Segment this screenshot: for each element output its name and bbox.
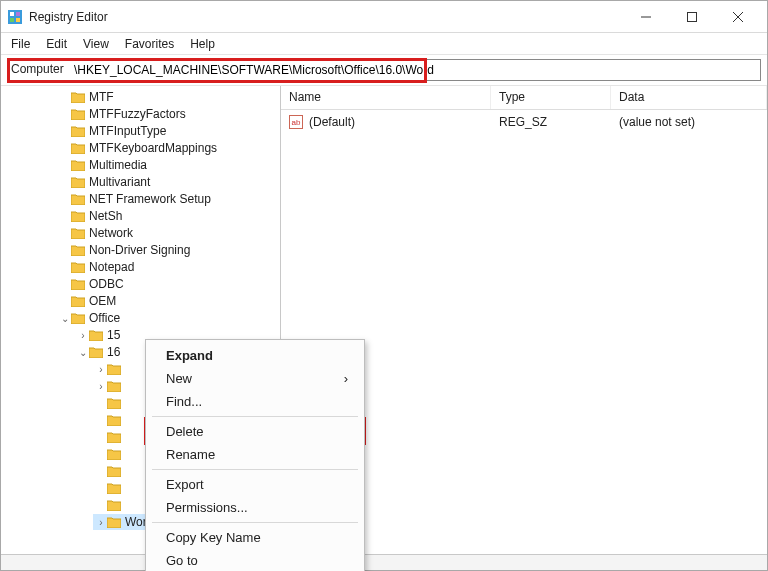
folder-icon [71, 244, 85, 256]
ctx-new[interactable]: New› [148, 367, 362, 390]
list-header: Name Type Data [281, 86, 767, 110]
chevron-down-icon[interactable]: ⌄ [77, 347, 89, 358]
titlebar: Registry Editor [1, 1, 767, 33]
svg-rect-2 [16, 12, 20, 16]
folder-icon [71, 278, 85, 290]
ctx-expand[interactable]: Expand [148, 344, 362, 367]
folder-icon [107, 431, 121, 443]
tree-label: MTF [89, 90, 114, 104]
folder-icon [107, 516, 121, 528]
tree-label: ODBC [89, 277, 124, 291]
chevron-right-icon[interactable]: › [95, 364, 107, 375]
chevron-right-icon[interactable]: › [95, 517, 107, 528]
folder-icon [107, 499, 121, 511]
ctx-goto-hkcu[interactable]: Go to HKEY_CURRENT_USER [148, 549, 362, 571]
header-data[interactable]: Data [611, 86, 767, 109]
tree-label: Multimedia [89, 158, 147, 172]
value-name: (Default) [309, 115, 355, 129]
window: Registry Editor File Edit View Favorites… [0, 0, 768, 571]
chevron-right-icon[interactable]: › [77, 330, 89, 341]
folder-icon [71, 176, 85, 188]
address-input[interactable] [7, 59, 761, 81]
tree-node[interactable]: OEM [57, 293, 280, 309]
tree-label: NetSh [89, 209, 122, 223]
reg-string-icon: ab [289, 115, 303, 129]
tree-label: OEM [89, 294, 116, 308]
tree-node[interactable]: Notepad [57, 259, 280, 275]
tree-node[interactable]: Multimedia [57, 157, 280, 173]
menu-view[interactable]: View [83, 37, 109, 51]
chevron-right-icon: › [344, 371, 348, 386]
tree-label: Multivariant [89, 175, 150, 189]
tree-node[interactable]: MTFInputType [57, 123, 280, 139]
ctx-separator [152, 522, 358, 523]
folder-icon [107, 448, 121, 460]
menu-edit[interactable]: Edit [46, 37, 67, 51]
regedit-icon [7, 9, 23, 25]
folder-icon [107, 363, 121, 375]
main-split: MTF MTFFuzzyFactors MTFInputType MTFKeyb… [1, 86, 767, 554]
chevron-down-icon[interactable]: ⌄ [59, 313, 71, 324]
folder-icon [107, 465, 121, 477]
folder-icon [89, 329, 103, 341]
chevron-right-icon[interactable]: › [95, 381, 107, 392]
folder-icon [71, 125, 85, 137]
addressbar-container: Computer [1, 55, 767, 86]
folder-icon [107, 380, 121, 392]
folder-icon [71, 142, 85, 154]
header-type[interactable]: Type [491, 86, 611, 109]
ctx-delete[interactable]: Delete [148, 420, 362, 443]
tree-label: NET Framework Setup [89, 192, 211, 206]
tree-node[interactable]: Multivariant [57, 174, 280, 190]
statusbar [1, 554, 767, 570]
ctx-permissions[interactable]: Permissions... [148, 496, 362, 519]
tree-label: Non-Driver Signing [89, 243, 190, 257]
value-type: REG_SZ [491, 115, 611, 129]
folder-icon [71, 159, 85, 171]
tree-label: Office [89, 311, 120, 325]
tree-node[interactable]: MTFKeyboardMappings [57, 140, 280, 156]
ctx-separator [152, 416, 358, 417]
close-button[interactable] [715, 2, 761, 32]
menu-favorites[interactable]: Favorites [125, 37, 174, 51]
tree-node[interactable]: ODBC [57, 276, 280, 292]
tree-node[interactable]: NET Framework Setup [57, 191, 280, 207]
folder-icon [107, 414, 121, 426]
tree-node[interactable]: MTFFuzzyFactors [57, 106, 280, 122]
tree-node-office[interactable]: ⌄ Office [57, 310, 280, 326]
folder-icon [71, 312, 85, 324]
menu-file[interactable]: File [11, 37, 30, 51]
maximize-button[interactable] [669, 2, 715, 32]
tree-node[interactable]: Network [57, 225, 280, 241]
folder-icon [71, 210, 85, 222]
tree-label: 16 [107, 345, 120, 359]
minimize-button[interactable] [623, 2, 669, 32]
folder-icon [89, 346, 103, 358]
tree-node[interactable]: Non-Driver Signing [57, 242, 280, 258]
tree-label: MTFFuzzyFactors [89, 107, 186, 121]
maximize-icon [687, 12, 697, 22]
tree-node[interactable]: NetSh [57, 208, 280, 224]
context-menu: Expand New› Find... Delete Rename Export… [145, 339, 365, 571]
folder-icon [71, 227, 85, 239]
svg-rect-3 [10, 18, 14, 22]
ctx-find[interactable]: Find... [148, 390, 362, 413]
header-name[interactable]: Name [281, 86, 491, 109]
folder-icon [71, 91, 85, 103]
ctx-export[interactable]: Export [148, 473, 362, 496]
ctx-separator [152, 469, 358, 470]
ctx-copy-key-name[interactable]: Copy Key Name [148, 526, 362, 549]
window-title: Registry Editor [29, 10, 108, 24]
svg-rect-1 [10, 12, 14, 16]
folder-icon [71, 193, 85, 205]
folder-icon [107, 482, 121, 494]
list-row[interactable]: ab (Default) REG_SZ (value not set) [281, 112, 767, 132]
folder-icon [71, 108, 85, 120]
value-data: (value not set) [611, 115, 767, 129]
minimize-icon [641, 12, 651, 22]
close-icon [733, 12, 743, 22]
tree-label: MTFKeyboardMappings [89, 141, 217, 155]
ctx-rename[interactable]: Rename [148, 443, 362, 466]
menu-help[interactable]: Help [190, 37, 215, 51]
tree-node[interactable]: MTF [57, 89, 280, 105]
